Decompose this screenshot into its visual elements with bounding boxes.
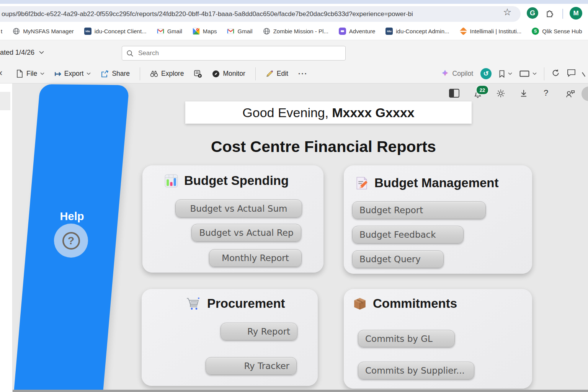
search-box[interactable] xyxy=(122,46,346,60)
bookmark-item-gmail-2[interactable]: Gmail xyxy=(227,28,252,35)
maps-icon xyxy=(193,28,200,35)
bookmark-ribbon-icon xyxy=(499,70,505,78)
bookmark-item-idu-admin[interactable]: idu idu-Concept Admin... xyxy=(385,28,449,35)
commitments-title: Commitments xyxy=(353,295,457,312)
grammarly-extension-icon[interactable]: G xyxy=(527,7,538,19)
copilot-button[interactable]: Copilot xyxy=(441,69,473,78)
share-button[interactable]: Share xyxy=(101,70,130,78)
bookmarks-menu[interactable] xyxy=(499,70,512,78)
help-label: Help xyxy=(49,210,95,223)
share-icon xyxy=(101,70,109,78)
settings-gear-icon[interactable] xyxy=(496,89,505,100)
binoculars-icon xyxy=(150,70,158,77)
export-menu[interactable]: ↦ Export xyxy=(54,69,91,78)
pbi-account-avatar[interactable] xyxy=(581,87,588,101)
toolbar-divider xyxy=(140,67,140,80)
budget-management-title: Budget Management xyxy=(354,175,499,191)
greeting-text: Good Evening, xyxy=(242,105,328,120)
refresh-icon[interactable] xyxy=(552,69,560,78)
greeting-username: Mxxxx Gxxxx xyxy=(332,105,415,120)
procurement-title: Procurement xyxy=(186,295,285,312)
export-icon: ↦ xyxy=(54,69,61,78)
bookmark-star-icon[interactable]: ☆ xyxy=(503,7,511,18)
budget-query-button[interactable]: Budget Query xyxy=(352,250,444,268)
chevron-down-icon xyxy=(39,51,44,54)
url-text: oups/9b6f2bdc-e522-4a29-ab22-0f559cc295f… xyxy=(2,10,413,18)
chevron-down-icon xyxy=(40,72,44,75)
ry-tracker-button[interactable]: Ry Tracker xyxy=(206,357,297,375)
memo-icon xyxy=(354,176,369,190)
collapse-pane-icon[interactable] xyxy=(449,89,459,99)
screen: oups/9b6f2bdc-e522-4a29-ab22-0f559cc295f… xyxy=(0,0,588,392)
budget-spending-title: Budget Spending xyxy=(164,172,289,189)
help-button[interactable]: ? xyxy=(54,224,88,258)
page-title: Cost Centre Financial Reports xyxy=(145,138,501,156)
more-options[interactable]: ··· xyxy=(298,70,308,78)
pencil-icon xyxy=(266,70,274,78)
collapsed-pane-tab[interactable] xyxy=(0,92,10,110)
download-icon[interactable] xyxy=(519,89,528,99)
question-circle-icon: ? xyxy=(62,232,80,250)
address-bar[interactable]: oups/9b6f2bdc-e522-4a29-ab22-0f559cc295f… xyxy=(0,6,521,22)
view-menu[interactable] xyxy=(519,70,537,77)
gmail-icon xyxy=(227,28,234,35)
qlik-icon: S xyxy=(532,28,539,35)
budget-vs-actual-rep-button[interactable]: Budget vs Actual Rep xyxy=(191,224,301,242)
budget-feedback-button[interactable]: Budget Feedback xyxy=(352,226,464,243)
monitor-icon xyxy=(212,70,220,78)
budget-vs-actual-sum-button[interactable]: Budget vs Actual Sum xyxy=(175,199,302,217)
explore-button[interactable]: Explore xyxy=(150,70,184,78)
file-menu[interactable]: File xyxy=(16,70,44,78)
bookmark-item-intellimali[interactable]: Intellimali | Instituti... xyxy=(460,28,522,35)
globe-icon xyxy=(13,28,20,35)
bookmark-item-gmail-1[interactable]: Gmail xyxy=(157,28,182,35)
toolbar-divider xyxy=(544,67,544,80)
report-name-label[interactable]: ated 1/4/26 xyxy=(0,40,44,65)
commits-by-supplier-button[interactable]: Commits by Supplier... xyxy=(358,362,474,379)
bookmark-item-zombie[interactable]: Zombie Mission - Pl... xyxy=(263,28,328,35)
collapse-chevrons[interactable]: « xyxy=(0,67,2,78)
monitor-button[interactable]: Monitor xyxy=(212,70,245,78)
file-icon xyxy=(16,70,23,78)
view-frame-icon xyxy=(519,70,529,77)
browser-address-row: oups/9b6f2bdc-e522-4a29-ab22-0f559cc295f… xyxy=(0,4,588,22)
bookmark-item-maps[interactable]: Maps xyxy=(193,28,217,35)
gmail-icon xyxy=(157,28,164,35)
bookmark-item-qlik[interactable]: S Qlik Sense Hub xyxy=(532,28,582,35)
extensions-icon[interactable] xyxy=(545,8,555,20)
chevron-down-icon xyxy=(508,72,512,75)
browser-profile-avatar[interactable]: M xyxy=(570,7,582,20)
intellimali-icon xyxy=(459,27,467,35)
window-top-strip xyxy=(0,0,588,4)
collapsed-pages-pane xyxy=(0,83,13,392)
bookmarks-bar: t MyNSFAS Manager idu idu-Concept Client… xyxy=(0,22,588,40)
bookmark-item-adventure[interactable]: Adventure xyxy=(339,28,375,35)
search-input[interactable] xyxy=(137,49,341,57)
comments-icon[interactable] xyxy=(567,69,576,78)
clipped-toolbar-icon xyxy=(582,71,588,77)
commits-by-gl-button[interactable]: Commits by GL xyxy=(358,330,455,347)
bookmark-item-cut[interactable]: t xyxy=(1,28,2,34)
new-report-page-icon[interactable] xyxy=(194,70,202,78)
package-icon xyxy=(353,296,367,311)
monthly-report-button[interactable]: Monthly Report xyxy=(209,249,302,267)
feedback-icon[interactable] xyxy=(565,89,575,100)
canvas-bottom-edge xyxy=(13,390,588,392)
report-toolbar: « File ↦ Export Share Explore xyxy=(0,64,588,83)
adventure-icon xyxy=(339,28,346,35)
idu-icon: idu xyxy=(385,28,393,35)
bookmark-item-idu-client[interactable]: idu idu-Concept Client... xyxy=(84,28,147,35)
budget-report-button[interactable]: Budget Report xyxy=(352,201,486,219)
edit-button[interactable]: Edit xyxy=(266,70,288,78)
copilot-icon xyxy=(441,69,449,78)
bookmark-item-mynsfas[interactable]: MyNSFAS Manager xyxy=(13,28,74,35)
help-question-icon[interactable]: ? xyxy=(544,88,548,98)
chrome-divider xyxy=(562,9,563,19)
reset-view-icon[interactable]: ↺ xyxy=(480,68,492,79)
toolbar-divider xyxy=(255,67,256,80)
globe-icon xyxy=(263,28,270,35)
ry-report-button[interactable]: Ry Report xyxy=(220,323,297,340)
notification-count-badge: 22 xyxy=(476,85,489,95)
chevron-down-icon xyxy=(87,72,91,75)
search-icon xyxy=(126,50,134,57)
